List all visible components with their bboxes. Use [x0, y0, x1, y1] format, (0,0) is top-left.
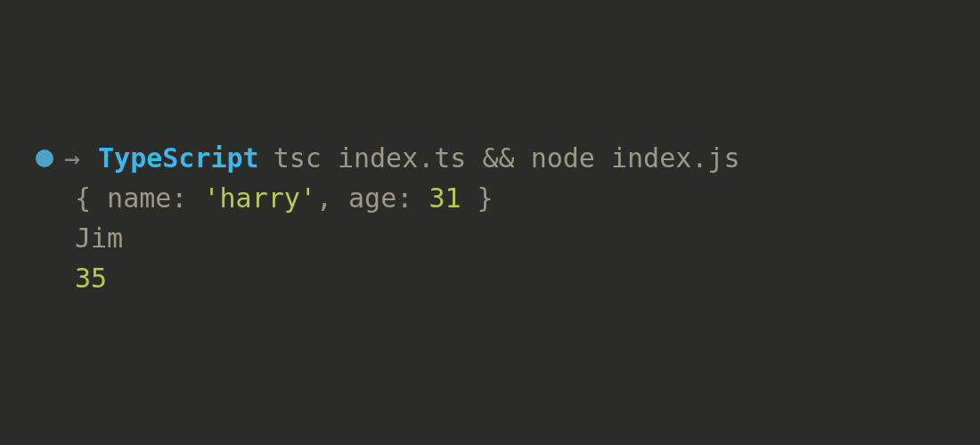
output-line-2: Jim	[36, 218, 944, 258]
output-line-1: { name: 'harry', age: 31 }	[36, 178, 944, 218]
output-object-open: { name:	[75, 182, 204, 214]
output-number-value: 35	[75, 263, 107, 294]
prompt-arrow-icon: →	[64, 138, 80, 178]
prompt-command: tsc index.ts && node index.js	[274, 138, 740, 178]
output-name-value: 'harry'	[204, 182, 316, 214]
output-object-mid: , age:	[316, 182, 429, 214]
prompt-cwd: TypeScript	[98, 138, 259, 178]
output-line-3: 35	[36, 258, 944, 298]
output-object-close: }	[461, 182, 494, 214]
prompt-status-dot-icon	[36, 150, 53, 167]
output-age-value: 31	[429, 182, 461, 214]
prompt-line[interactable]: → TypeScript tsc index.ts && node index.…	[36, 138, 944, 178]
